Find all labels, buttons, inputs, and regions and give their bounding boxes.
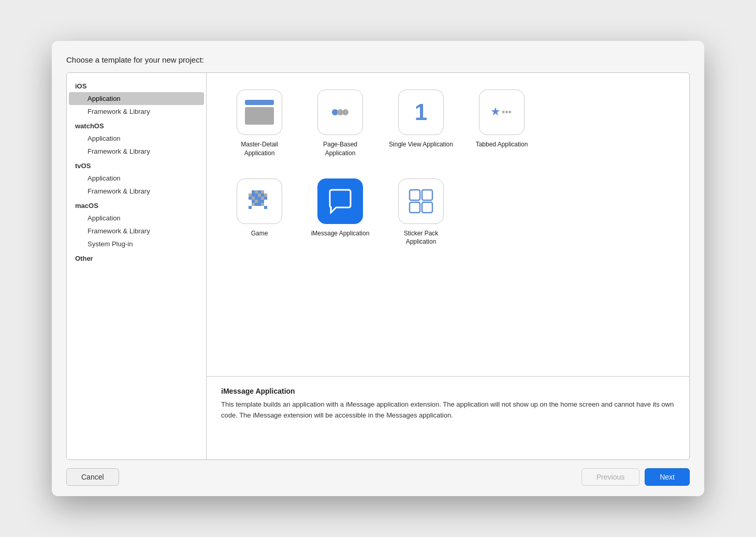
template-grid-area: Master-Detail Application Page-Based App… bbox=[207, 73, 689, 377]
sidebar-section-ios: iOS bbox=[67, 78, 206, 92]
sidebar-section-watchos: watchOS bbox=[67, 118, 206, 132]
svg-text:•••: ••• bbox=[502, 107, 512, 117]
template-label-tabbed: Tabbed Application bbox=[476, 140, 528, 149]
svg-rect-17 bbox=[249, 197, 252, 200]
svg-rect-15 bbox=[261, 193, 264, 197]
dialog-title: Choose a template for your new project: bbox=[66, 55, 690, 64]
svg-rect-19 bbox=[255, 197, 258, 200]
description-text: This template builds an application with… bbox=[221, 399, 675, 421]
sidebar-item-framework-library[interactable]: Framework & Library bbox=[69, 225, 204, 237]
svg-rect-26 bbox=[261, 200, 264, 203]
template-item-sticker-pack[interactable]: Sticker Pack Application bbox=[385, 174, 457, 251]
svg-rect-0 bbox=[245, 100, 274, 105]
template-label-master-detail: Master-Detail Application bbox=[227, 140, 292, 158]
svg-rect-21 bbox=[261, 197, 264, 200]
sidebar-section-other: Other bbox=[67, 250, 206, 264]
dialog-body: iOSApplicationFramework & LibrarywatchOS… bbox=[66, 72, 690, 460]
single-view-icon: 1 bbox=[398, 90, 444, 135]
svg-rect-29 bbox=[258, 203, 261, 206]
sidebar-item-framework-library[interactable]: Framework & Library bbox=[69, 145, 204, 158]
svg-rect-20 bbox=[258, 197, 261, 200]
sidebar-section-tvos: tvOS bbox=[67, 158, 206, 172]
template-label-page-based: Page-Based Application bbox=[308, 140, 372, 158]
new-project-dialog: Choose a template for your new project: … bbox=[52, 41, 704, 496]
description-title: iMessage Application bbox=[221, 387, 675, 395]
cancel-button[interactable]: Cancel bbox=[66, 468, 119, 486]
template-item-page-based[interactable]: Page-Based Application bbox=[304, 85, 376, 162]
svg-point-4 bbox=[342, 109, 348, 115]
svg-rect-14 bbox=[258, 193, 261, 197]
svg-rect-16 bbox=[264, 193, 267, 197]
svg-rect-27 bbox=[252, 203, 255, 206]
template-label-sticker-pack: Sticker Pack Application bbox=[389, 229, 453, 247]
svg-rect-8 bbox=[255, 190, 258, 193]
sidebar-item-application[interactable]: Application bbox=[69, 132, 204, 145]
template-item-game[interactable]: Game bbox=[223, 174, 296, 251]
sidebar: iOSApplicationFramework & LibrarywatchOS… bbox=[67, 73, 207, 459]
sidebar-section-macos: macOS bbox=[67, 198, 206, 212]
imessage-icon bbox=[317, 178, 363, 224]
template-grid: Master-Detail Application Page-Based App… bbox=[223, 85, 673, 250]
svg-rect-1 bbox=[245, 107, 274, 125]
svg-text:★: ★ bbox=[490, 105, 501, 118]
svg-rect-9 bbox=[258, 190, 261, 193]
svg-rect-33 bbox=[410, 190, 420, 200]
svg-rect-34 bbox=[422, 190, 432, 200]
svg-rect-24 bbox=[255, 200, 258, 203]
previous-button[interactable]: Previous bbox=[581, 468, 639, 486]
game-icon bbox=[237, 178, 282, 224]
sticker-pack-icon bbox=[398, 178, 444, 224]
svg-rect-18 bbox=[252, 197, 255, 200]
svg-rect-23 bbox=[252, 200, 255, 203]
sidebar-item-application[interactable]: Application bbox=[69, 172, 204, 185]
sidebar-item-framework-library[interactable]: Framework & Library bbox=[69, 185, 204, 198]
svg-rect-25 bbox=[258, 200, 261, 203]
svg-rect-30 bbox=[261, 203, 264, 206]
next-button[interactable]: Next bbox=[645, 468, 690, 486]
svg-rect-32 bbox=[264, 206, 267, 209]
svg-rect-36 bbox=[422, 202, 432, 213]
template-label-game: Game bbox=[251, 229, 268, 238]
dialog-footer: Cancel Previous Next bbox=[66, 460, 690, 486]
svg-rect-31 bbox=[249, 206, 252, 209]
page-based-icon bbox=[317, 90, 363, 135]
svg-rect-10 bbox=[261, 190, 264, 193]
description-area: iMessage Application This template build… bbox=[207, 377, 689, 459]
sidebar-item-system-plug-in[interactable]: System Plug-in bbox=[69, 237, 204, 250]
svg-rect-11 bbox=[249, 193, 252, 197]
template-item-master-detail[interactable]: Master-Detail Application bbox=[223, 85, 296, 162]
template-item-single-view[interactable]: 1Single View Application bbox=[385, 85, 457, 162]
sidebar-item-framework-library[interactable]: Framework & Library bbox=[69, 105, 204, 118]
template-item-tabbed[interactable]: ★ ••• Tabbed Application bbox=[466, 85, 538, 162]
svg-rect-12 bbox=[252, 193, 255, 197]
template-label-single-view: Single View Application bbox=[389, 140, 453, 149]
svg-rect-22 bbox=[264, 197, 267, 200]
svg-rect-7 bbox=[252, 190, 255, 193]
svg-rect-28 bbox=[255, 203, 258, 206]
main-area: Master-Detail Application Page-Based App… bbox=[207, 73, 689, 459]
svg-rect-13 bbox=[255, 193, 258, 197]
master-detail-icon bbox=[237, 90, 282, 135]
sidebar-item-application[interactable]: Application bbox=[69, 92, 204, 105]
sidebar-item-application[interactable]: Application bbox=[69, 212, 204, 225]
tabbed-icon: ★ ••• bbox=[479, 90, 525, 135]
svg-rect-35 bbox=[410, 202, 420, 213]
footer-right-buttons: Previous Next bbox=[581, 468, 690, 486]
template-label-imessage: iMessage Application bbox=[311, 229, 370, 238]
template-item-imessage[interactable]: iMessage Application bbox=[304, 174, 376, 251]
